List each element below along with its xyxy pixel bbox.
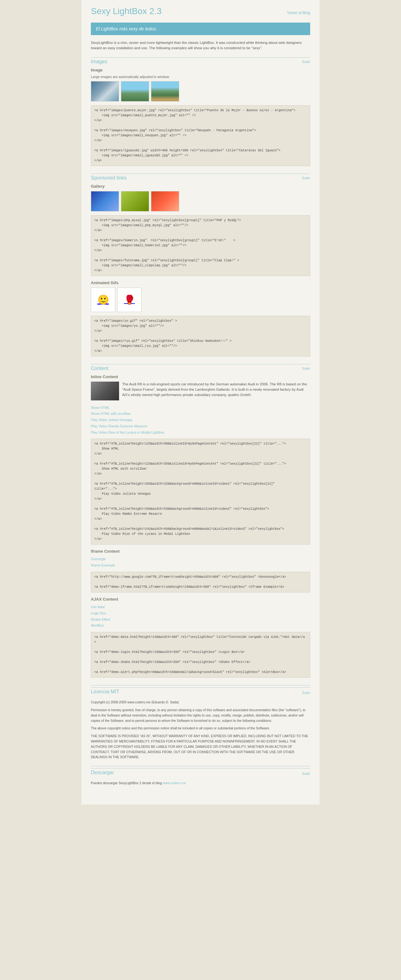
license-para2: The above copyright notice and this perm… (91, 725, 310, 731)
title-rest: LightBox 2.3 (113, 6, 162, 16)
thumb-landscape3 (151, 81, 179, 102)
alert-box-link[interactable]: AlertBox (91, 622, 310, 629)
car-section: The Audi R8 is a mid-engined sports car … (91, 382, 310, 402)
ajax-code-block: <a href="demo-data.html?height=146&width… (91, 632, 310, 678)
back-to-blog-link[interactable]: Volver al Blog (287, 11, 310, 15)
title-colored: Sexy (91, 6, 113, 16)
iframe-content-title: Iframe Content (91, 549, 310, 554)
iframe-example-link[interactable]: Iframe Example (91, 562, 310, 569)
content-title: Content (91, 366, 108, 371)
license-subir-link[interactable]: Subir (302, 691, 310, 695)
content-section-header: Content Subir (91, 364, 310, 371)
thumb-gallery2 (121, 191, 149, 212)
iframe-code-block: <a href="http://www.google.com?TB_iframe… (91, 572, 310, 592)
thumb-gallery3 (151, 191, 179, 212)
play-video-rambo-link[interactable]: Play Video Rambo Extreme Masacre (91, 423, 310, 430)
gallery-thumb-1[interactable] (91, 191, 119, 212)
page-wrapper: Sexy LightBox 2.3 Volver al Blog El Ligh… (81, 0, 320, 805)
gif-box-1: 🙂 (91, 288, 115, 312)
license-title: Licencia MIT (91, 689, 119, 695)
license-para1: Permission is hereby granted, free of ch… (91, 708, 310, 723)
gif-figure-2: 🥊 (124, 294, 135, 305)
play-video-lycans-link[interactable]: Play Video Rise of the Lycans in Modal L… (91, 430, 310, 436)
goooogle-link[interactable]: Goooogle (91, 556, 310, 562)
download-section-header: Descargar Subir (91, 768, 310, 777)
animated-gifs-title: Animated Gifs (91, 280, 310, 285)
gif-figure-1: 🙂 (97, 294, 109, 305)
license-copyright: Copyright (c) 2008-2009 www.coders.me (E… (91, 700, 310, 705)
download-subir-link[interactable]: Subir (302, 772, 310, 775)
car-thumbnail (91, 382, 119, 400)
image-thumb-1[interactable] (91, 81, 119, 102)
image-thumb-2[interactable] (121, 81, 149, 102)
sponsored-subir-link[interactable]: Subir (302, 176, 310, 180)
banner: El LightBox más sexy de todos. (91, 22, 310, 35)
thumb-landscape2 (121, 81, 149, 102)
show-html-link[interactable]: Show HTML (91, 405, 310, 411)
inline-content-title: Inline Content (91, 374, 310, 379)
license-para3: THE SOFTWARE IS PROVIDED "AS IS", WITHOU… (91, 733, 310, 760)
image-thumbs-row (91, 81, 310, 102)
gif-box-2: 🥊 (117, 288, 142, 312)
images-desc: Large images are automatically adjusted … (91, 75, 310, 79)
image-subsection-title: Image (91, 68, 310, 72)
inline-content-code-block: <a href="#TB_inline?height=125&width=500… (91, 439, 310, 544)
shake-effect-link[interactable]: Shake Effect (91, 617, 310, 623)
download-title: Descargar (91, 770, 114, 775)
sponsored-section: Sponsored links Subir Gallery <a href="i… (91, 173, 310, 356)
images-code-block: <a href="images/puente_mujer.jpg" rel="s… (91, 105, 310, 166)
download-text-label: Puedes descargar SexyLightBox 2 desde el… (91, 781, 162, 785)
car-description: The Audi R8 is a mid-engined sports car … (122, 382, 310, 400)
images-section-header: Images Subir (91, 57, 310, 65)
content-section: Content Subir Inline Content The Audi R8… (91, 364, 310, 678)
image-thumb-3[interactable] (151, 81, 179, 102)
animated-gifs-code-block: <a href="images/yo.gif" rel="sexylightbo… (91, 316, 310, 356)
license-section: Licencia MIT Subir Copyright (c) 2008-20… (91, 685, 310, 760)
thumb-gallery1 (91, 191, 119, 212)
show-html-scrollbar-link[interactable]: Show HTML with scrollbar (91, 411, 310, 417)
gif-thumb-2[interactable]: 🥊 (117, 288, 142, 312)
login-box-link[interactable]: Login Box (91, 610, 310, 617)
gallery-thumb-3[interactable] (151, 191, 179, 212)
images-title: Images (91, 59, 107, 65)
gif-thumb-1[interactable]: 🙂 (91, 288, 115, 312)
gallery-code-block: <a href="images/php_mysql.jpg" rel="sexy… (91, 215, 310, 276)
site-header: Sexy LightBox 2.3 Volver al Blog (91, 6, 310, 19)
content-subir-link[interactable]: Subir (302, 367, 310, 370)
get-data-link[interactable]: Get data! (91, 604, 310, 610)
license-section-header: Licencia MIT Subir (91, 687, 310, 697)
download-section: Descargar Subir Puedes descargar SexyLig… (91, 766, 310, 786)
gallery-thumb-2[interactable] (121, 191, 149, 212)
download-coders-link[interactable]: www.coders.me (162, 781, 186, 785)
images-subir-link[interactable]: Subir (302, 60, 310, 64)
gallery-subsection-title: Gallery (91, 184, 310, 189)
sponsored-section-header: Sponsored links Subir (91, 173, 310, 181)
intro-text: SexyLightBox is a clon, sexier and more … (91, 40, 310, 51)
gif-thumbs-row: 🙂 🥊 (91, 288, 310, 312)
play-video-julieta-link[interactable]: Play Video Julieta Venegas (91, 417, 310, 423)
images-section: Images Subir Image Large images are auto… (91, 57, 310, 166)
ajax-content-title: AJAX Content (91, 597, 310, 601)
gallery-thumbs-row (91, 191, 310, 212)
thumb-landscape1 (91, 81, 119, 102)
site-title: Sexy LightBox 2.3 (91, 6, 162, 16)
sponsored-title: Sponsored links (91, 175, 127, 181)
download-text: Puedes descargar SexyLightBox 2 desde el… (91, 780, 310, 786)
